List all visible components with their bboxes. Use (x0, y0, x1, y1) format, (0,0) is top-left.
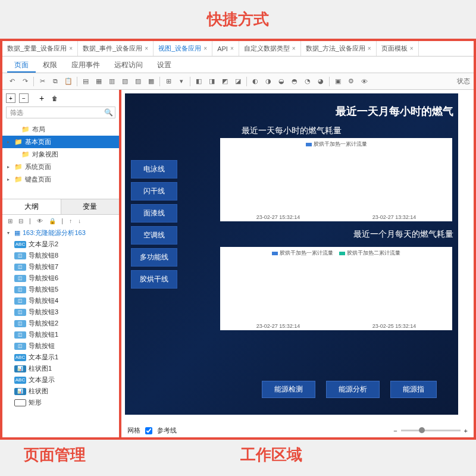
tool-icon[interactable]: ◑ (262, 76, 274, 87)
chart-2[interactable]: 胶烘干加热一累计流量 胶烘干加热二累计流量 23-02-27 15:32:14 … (220, 247, 452, 330)
view-icon[interactable]: ▣ (332, 76, 344, 87)
outline-item-4[interactable]: ◫导航按钮5 (2, 284, 119, 295)
chart-1[interactable]: 胶烘干加热一累计流量 23-02-27 15:32:14 23-02-27 13… (220, 138, 452, 221)
nav-button-4[interactable]: 多功能线 (131, 248, 177, 267)
subtab-3[interactable]: 远程访问 (107, 57, 150, 73)
outline-item-8[interactable]: ◫导航按钮1 (2, 329, 119, 340)
outline-item-6[interactable]: ◫导航按钮3 (2, 306, 119, 318)
undo-icon[interactable]: ↶ (6, 76, 18, 87)
tool-icon[interactable]: ◩ (219, 76, 231, 87)
preview-icon[interactable]: 👁 (358, 76, 370, 87)
btn-icon: ◫ (14, 298, 26, 305)
zoom-slider[interactable]: − + (181, 427, 468, 434)
chart2-legend1: 胶烘干加热一累计流量 (280, 250, 333, 256)
outline-tree: ▾ ▦ 163:充隆能源分析163 ABC文本显示2◫导航按钮8◫导航按钮7◫导… (2, 227, 119, 437)
paste-icon[interactable]: 📋 (62, 76, 74, 87)
expand-all-button[interactable]: + (6, 93, 15, 103)
action-button-2[interactable]: 能源指 (390, 381, 437, 398)
guides-checkbox[interactable] (145, 427, 152, 434)
align-bottom-icon[interactable]: ▩ (145, 76, 157, 87)
search-icon[interactable]: 🔍 (104, 108, 113, 117)
tool-icon[interactable]: ◕ (315, 76, 327, 87)
dropdown-icon[interactable]: ▾ (176, 76, 187, 87)
nav-button-5[interactable]: 胶烘干线 (131, 270, 177, 289)
down-icon[interactable]: ↓ (76, 217, 83, 225)
tool-icon[interactable]: ◧ (193, 76, 205, 87)
tab-4[interactable]: 自定义数据类型× (239, 41, 301, 56)
tree-item-4[interactable]: ▸📁键盘页面 (2, 173, 119, 186)
outline-item-1[interactable]: ◫导航按钮8 (2, 250, 119, 261)
tree-item-0[interactable]: 📁布局 (2, 123, 119, 136)
action-button-0[interactable]: 能源检测 (262, 381, 315, 398)
outline-item-12[interactable]: ABC文本显示 (2, 374, 119, 386)
tab-1[interactable]: 数据_事件_设备应用× (78, 41, 154, 56)
copy-icon[interactable]: ⧉ (49, 76, 61, 87)
outline-item-11[interactable]: 📊柱状图1 (2, 363, 119, 374)
collapse-all-button[interactable]: − (19, 93, 29, 103)
close-icon[interactable]: × (203, 45, 207, 52)
grid-icon[interactable]: ⊞ (162, 76, 174, 87)
tree-item-1[interactable]: ▸📁基本页面 (2, 136, 119, 148)
outline-item-10[interactable]: ABC文本显示1 (2, 352, 119, 363)
close-icon[interactable]: × (410, 45, 414, 52)
close-icon[interactable]: × (145, 45, 148, 52)
outline-root-label: 163:充隆能源分析163 (23, 228, 86, 237)
tree-item-2[interactable]: 📁对象视图 (2, 148, 119, 161)
search-input[interactable] (6, 107, 115, 118)
align-right-icon[interactable]: ▥ (106, 76, 118, 87)
chart1-x1: 23-02-27 13:32:14 (372, 214, 416, 220)
tab-3[interactable]: API× (212, 41, 239, 56)
close-icon[interactable]: × (368, 45, 371, 52)
up-icon[interactable]: ↑ (67, 217, 74, 225)
close-icon[interactable]: × (69, 45, 73, 52)
expand-icon[interactable]: ⊞ (6, 217, 14, 225)
add-button[interactable]: + (37, 93, 46, 103)
cut-icon[interactable]: ✂ (36, 76, 48, 87)
align-center-icon[interactable]: ▦ (93, 76, 105, 87)
outline-item-13[interactable]: 📊柱状图 (2, 386, 119, 397)
tool-icon[interactable]: ◐ (249, 76, 261, 87)
action-button-1[interactable]: 能源分析 (326, 381, 380, 398)
tab-vars[interactable]: 变量 (61, 199, 120, 214)
delete-button[interactable]: 🗑 (50, 93, 60, 103)
tab-2[interactable]: 视图_设备应用× (154, 41, 212, 56)
align-top-icon[interactable]: ▧ (119, 76, 131, 87)
settings-icon[interactable]: ⚙ (345, 76, 357, 87)
lock-icon[interactable]: 🔒 (47, 217, 58, 225)
eye-icon[interactable]: 👁 (35, 217, 45, 225)
tab-5[interactable]: 数据_方法_设备应用× (301, 41, 377, 56)
subtab-4[interactable]: 设置 (150, 57, 178, 73)
tree-item-3[interactable]: ▸📁系统页面 (2, 161, 119, 173)
close-icon[interactable]: × (230, 45, 234, 52)
subtab-2[interactable]: 应用事件 (64, 57, 107, 73)
collapse-icon[interactable]: ⊟ (17, 217, 25, 225)
tool-icon[interactable]: ◨ (206, 76, 218, 87)
tab-outline[interactable]: 大纲 (2, 199, 61, 214)
subtab-0[interactable]: 页面 (7, 57, 36, 73)
outline-item-0[interactable]: ABC文本显示2 (2, 239, 119, 250)
tool-icon[interactable]: ◪ (232, 76, 244, 87)
nav-button-1[interactable]: 闪干线 (131, 182, 177, 201)
tab-0[interactable]: 数据_变量_设备应用× (2, 41, 78, 56)
outline-item-2[interactable]: ◫导航按钮7 (2, 261, 119, 273)
tool-icon[interactable]: ◓ (289, 76, 300, 87)
tool-icon[interactable]: ◔ (302, 76, 314, 87)
align-middle-icon[interactable]: ▨ (132, 76, 144, 87)
outline-item-5[interactable]: ◫导航按钮4 (2, 295, 119, 306)
align-left-icon[interactable]: ▤ (80, 76, 92, 87)
outline-item-7[interactable]: ◫导航按钮2 (2, 318, 119, 329)
close-icon[interactable]: × (292, 45, 296, 52)
design-canvas[interactable]: 最近一天月每小时的燃气 最近一天每小时的燃气耗量 电泳线闪干线面漆线空调线多功能… (125, 93, 458, 415)
nav-button-0[interactable]: 电泳线 (131, 160, 177, 178)
tool-icon[interactable]: ◒ (275, 76, 287, 87)
subtab-1[interactable]: 权限 (36, 57, 64, 73)
outline-item-9[interactable]: ◫导航按钮 (2, 340, 119, 352)
nav-button-2[interactable]: 面漆线 (131, 204, 177, 223)
zoom-in-icon[interactable]: + (464, 427, 468, 434)
outline-item-14[interactable]: 矩形 (2, 397, 119, 408)
outline-root[interactable]: ▾ ▦ 163:充隆能源分析163 (2, 227, 119, 239)
tab-6[interactable]: 页面模板× (377, 41, 419, 56)
redo-icon[interactable]: ↷ (19, 76, 31, 87)
outline-item-3[interactable]: ◫导航按钮6 (2, 273, 119, 284)
zoom-out-icon[interactable]: − (393, 427, 397, 434)
